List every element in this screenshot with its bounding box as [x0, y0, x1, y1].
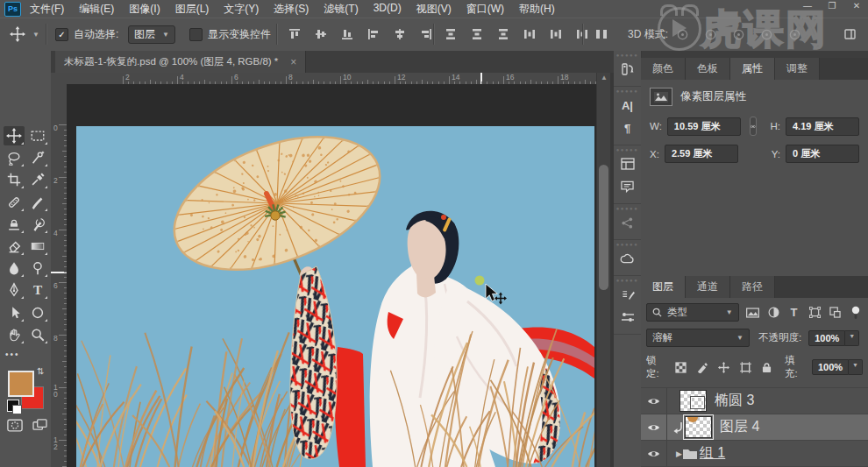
zoom-tool[interactable]	[27, 325, 48, 344]
auto-select-option[interactable]: ✓ 自动选择:	[55, 18, 118, 50]
swap-colors-icon[interactable]: ⇄	[36, 367, 46, 374]
auto-select-checkbox[interactable]: ✓	[55, 28, 68, 41]
lock-transparency-icon[interactable]	[673, 362, 688, 373]
filter-adjustment-layers-icon[interactable]	[766, 307, 780, 318]
pen-tool[interactable]	[4, 280, 25, 300]
show-transform-option[interactable]: 显示变换控件	[189, 18, 271, 50]
align-top-edges-icon[interactable]	[284, 25, 305, 44]
distribute-spacing-icon[interactable]	[591, 25, 612, 44]
canvas-viewport[interactable]	[67, 84, 614, 467]
y-field[interactable]: 0 厘米	[786, 145, 859, 163]
filter-shape-layers-icon[interactable]	[808, 307, 822, 318]
chevron-down-icon[interactable]: ▼	[845, 330, 859, 346]
layer-name[interactable]: 图层 4	[720, 418, 759, 436]
menu-item-image[interactable]: 图像(I)	[129, 2, 160, 17]
lock-pixels-icon[interactable]	[695, 362, 710, 373]
brush-tool[interactable]	[27, 193, 48, 212]
blur-tool[interactable]	[4, 258, 25, 278]
distribute-vertical-centers-icon[interactable]	[466, 25, 487, 44]
gradient-tool[interactable]	[27, 237, 48, 256]
distribute-left-edges-icon[interactable]	[519, 25, 540, 44]
lock-all-icon[interactable]	[759, 362, 774, 373]
clone-stamp-tool[interactable]	[4, 215, 25, 234]
dodge-tool[interactable]	[27, 258, 48, 278]
3d-roll-icon[interactable]	[700, 25, 721, 44]
show-transform-checkbox[interactable]	[189, 28, 203, 41]
character-panel-icon[interactable]: A|	[614, 94, 641, 117]
scrollbar-thumb[interactable]	[599, 165, 608, 290]
paragraph-panel-icon[interactable]: ¶	[614, 117, 641, 139]
history-brush-tool[interactable]	[27, 215, 48, 234]
history-panel-icon[interactable]	[614, 58, 641, 81]
layer-filter-toggle[interactable]	[849, 306, 863, 320]
close-button[interactable]: ✕	[850, 1, 863, 11]
hand-tool[interactable]	[4, 325, 25, 344]
chevron-down-icon[interactable]: ▼	[849, 359, 863, 375]
workspace-icon[interactable]	[843, 18, 857, 50]
menu-item-layer[interactable]: 图层(L)	[175, 2, 210, 17]
visibility-eye-icon[interactable]	[641, 414, 667, 440]
chevron-down-icon[interactable]: ▼	[32, 31, 39, 39]
visibility-eye-icon[interactable]	[641, 441, 667, 466]
ellipse-tool[interactable]	[27, 303, 48, 322]
quick-selection-tool[interactable]	[27, 148, 48, 167]
opacity-value[interactable]: 100%	[808, 330, 845, 346]
3d-pan-icon[interactable]	[728, 25, 749, 44]
align-bottom-edges-icon[interactable]	[337, 25, 358, 44]
menu-item-window[interactable]: 窗口(W)	[466, 2, 504, 17]
filter-type-layers-icon[interactable]: T	[787, 306, 801, 319]
minimize-button[interactable]: —	[801, 1, 814, 11]
distribute-bottom-edges-icon[interactable]	[493, 25, 514, 44]
creative-cloud-panel-icon[interactable]	[614, 247, 641, 270]
menu-item-select[interactable]: 选择(S)	[274, 2, 309, 17]
layer-row-ellipse-3[interactable]: 椭圆 3	[641, 387, 868, 414]
path-selection-tool[interactable]	[4, 303, 25, 322]
panel-tab-色板[interactable]: 色板	[686, 58, 730, 80]
blend-mode-dropdown[interactable]: 溶解▼	[646, 329, 750, 347]
brush-settings-panel-icon[interactable]	[614, 283, 641, 306]
layer-thumbnail[interactable]	[685, 416, 712, 438]
screen-mode-button[interactable]	[29, 415, 50, 435]
layer-thumbnail[interactable]	[679, 390, 707, 412]
panel-tab-属性[interactable]: 属性	[730, 58, 775, 80]
menu-item-type[interactable]: 文字(Y)	[224, 2, 259, 17]
3d-slide-icon[interactable]	[756, 25, 777, 44]
move-tool-options-icon[interactable]	[7, 25, 28, 44]
layer-name[interactable]: 椭圆 3	[715, 392, 754, 410]
filter-smart-object-icon[interactable]	[829, 307, 843, 318]
document-tab[interactable]: 未标题-1-恢复的.psd @ 100% (图层 4, RGB/8) * ×	[55, 51, 306, 73]
marquee-tool[interactable]	[27, 126, 48, 145]
type-tool[interactable]: T	[27, 280, 48, 300]
eraser-tool[interactable]	[4, 237, 25, 256]
layer-row-group-1[interactable]: ▶ 组 1	[641, 440, 868, 466]
filter-pixel-layers-icon[interactable]	[746, 308, 760, 318]
healing-brush-tool[interactable]	[4, 193, 25, 212]
x-field[interactable]: 2.59 厘米	[665, 145, 738, 163]
align-left-edges-icon[interactable]	[363, 25, 384, 44]
panel-tab-颜色[interactable]: 颜色	[641, 58, 686, 80]
vertical-ruler[interactable]: 024681012	[51, 84, 68, 467]
document-canvas[interactable]	[76, 126, 594, 467]
menu-item-edit[interactable]: 编辑(E)	[79, 2, 114, 17]
layer-filter-field[interactable]: 类型 ▼	[646, 303, 739, 322]
distribute-horizontal-centers-icon[interactable]	[545, 25, 566, 44]
visibility-eye-icon[interactable]	[641, 388, 667, 414]
layer-name[interactable]: 组 1	[700, 444, 725, 463]
panel-tab-路径[interactable]: 路径	[730, 276, 775, 298]
foreground-color-swatch[interactable]	[8, 371, 34, 397]
3d-zoom-icon[interactable]	[784, 25, 805, 44]
height-field[interactable]: 4.19 厘米	[786, 117, 859, 136]
vertical-scrollbar[interactable]: ▲	[596, 73, 611, 467]
share-panel-icon[interactable]	[614, 211, 641, 234]
quick-mask-button[interactable]	[4, 415, 25, 435]
default-colors-icon[interactable]	[7, 400, 19, 412]
lasso-tool[interactable]	[4, 148, 25, 167]
panel-tab-图层[interactable]: 图层	[641, 276, 686, 298]
align-horizontal-centers-icon[interactable]	[389, 25, 410, 44]
group-disclosure-icon[interactable]: ▶	[676, 449, 682, 458]
auto-select-target-dropdown[interactable]: 图层▼	[128, 25, 175, 44]
3d-orbit-icon[interactable]	[672, 25, 693, 44]
menu-item-help[interactable]: 帮助(H)	[519, 2, 555, 17]
lock-artboard-icon[interactable]	[738, 362, 753, 373]
fill-value[interactable]: 100%	[812, 359, 849, 375]
